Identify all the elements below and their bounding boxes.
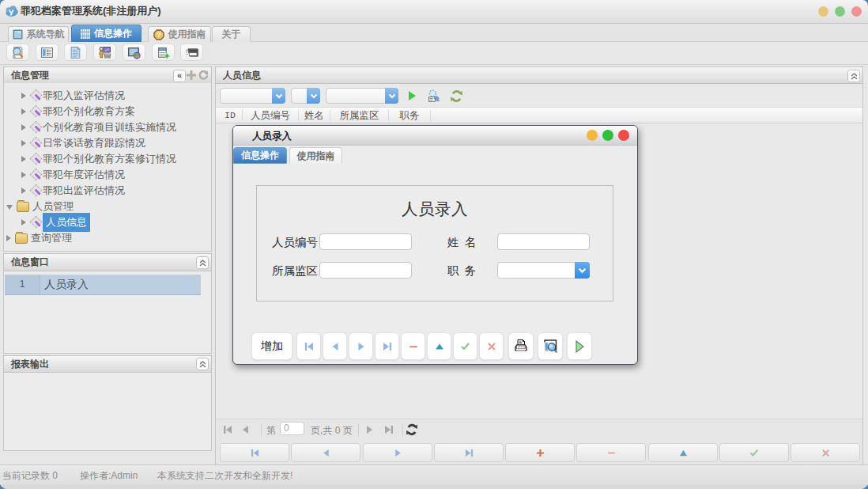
svg-text:?: ? <box>157 31 161 39</box>
